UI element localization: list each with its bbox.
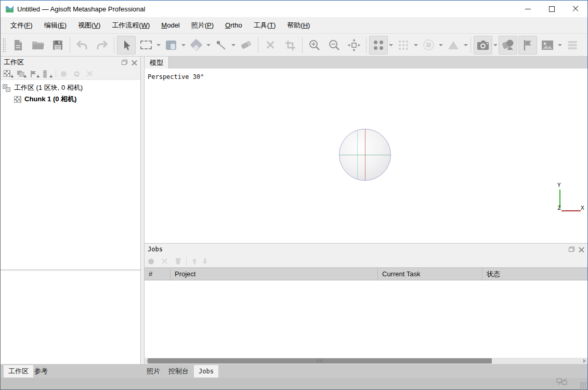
bottom-tabs-row: 工作区 参考 照片 控制台 Jobs — [1, 364, 587, 378]
rectangle-selection-dropdown[interactable] — [156, 36, 161, 55]
close-button[interactable] — [564, 1, 587, 17]
tab-model[interactable]: 模型 — [145, 57, 169, 69]
show-markers-button[interactable] — [518, 36, 537, 55]
main-toolbar — [1, 34, 587, 57]
eraser-button[interactable] — [237, 36, 255, 55]
clear-jobs-button[interactable] — [175, 258, 181, 264]
pan-hand-icon — [166, 41, 176, 50]
status-strip — [1, 378, 587, 389]
bottom-bar: 工作区 参考 照片 控制台 Jobs — [1, 364, 587, 389]
cancel-job-button[interactable] — [162, 258, 170, 265]
remove-item-button[interactable] — [87, 70, 95, 78]
point-cloud-dropdown[interactable] — [388, 36, 393, 55]
save-button[interactable] — [48, 36, 67, 55]
tab-workspace[interactable]: 工作区 — [4, 365, 33, 378]
scroll-right-arrow-icon[interactable] — [581, 358, 587, 364]
redo-button[interactable] — [93, 36, 111, 55]
tree-item-workspace[interactable]: 工作区 (1 区块, 0 相机) — [1, 82, 140, 93]
rectangle-selection-button[interactable] — [137, 36, 155, 55]
menu-item-model[interactable]: Model — [155, 19, 185, 31]
move-job-down-button[interactable] — [202, 258, 207, 264]
show-cameras-button[interactable] — [474, 36, 492, 55]
minimize-button[interactable] — [516, 1, 540, 17]
rotate-object-button[interactable] — [187, 36, 205, 55]
horizontal-scrollbar[interactable] — [145, 358, 587, 364]
model-solid-view-button[interactable] — [444, 36, 463, 55]
add-marker-icon — [30, 70, 37, 78]
add-marker-button[interactable]: + — [30, 70, 38, 78]
menu-item-file[interactable]: 文件(F) — [5, 19, 38, 32]
navigation-dropdown[interactable] — [181, 36, 186, 55]
menu-item-workflow[interactable]: 工作流程(W) — [106, 19, 155, 32]
new-document-button[interactable] — [9, 36, 28, 55]
run-job-icon — [148, 259, 154, 264]
menu-item-tools[interactable]: 工具(T) — [248, 19, 282, 32]
resize-grip[interactable] — [580, 382, 586, 388]
model-view[interactable]: Perspective 30° Y Z X — [145, 69, 587, 243]
open-folder-button[interactable] — [29, 36, 47, 55]
delete-button[interactable] — [261, 36, 280, 55]
undo-button[interactable] — [73, 36, 92, 55]
zoom-out-button[interactable] — [325, 36, 344, 55]
model-solid-dropdown[interactable] — [463, 36, 468, 55]
dense-cloud-dropdown[interactable] — [413, 36, 418, 55]
menu-item-help[interactable]: 帮助(H) — [281, 19, 316, 32]
column-header-project[interactable]: Project — [171, 268, 378, 280]
float-panel-icon[interactable] — [122, 60, 127, 65]
tree-item-chunk[interactable]: Chunk 1 (0 相机) — [1, 93, 140, 105]
disable-icon — [74, 71, 80, 77]
chunk-node-icon — [14, 96, 21, 103]
add-chunk-button[interactable]: + — [4, 70, 12, 78]
run-job-button[interactable] — [148, 258, 156, 265]
vertical-splitter[interactable] — [141, 57, 145, 364]
dense-cloud-view-button[interactable] — [394, 36, 413, 55]
tab-photos[interactable]: 照片 — [142, 365, 165, 378]
show-shapes-button[interactable] — [499, 36, 517, 55]
show-images-dropdown[interactable] — [557, 36, 562, 55]
show-cameras-dropdown[interactable] — [493, 36, 498, 55]
ruler-button[interactable] — [212, 36, 230, 55]
close-panel-icon[interactable] — [579, 247, 584, 252]
jobs-table-body[interactable] — [145, 281, 587, 359]
toolbar-grip[interactable] — [2, 37, 6, 53]
tab-model-label: 模型 — [150, 58, 163, 68]
enable-item-button[interactable] — [61, 70, 69, 78]
mesh-view-dropdown[interactable] — [438, 36, 443, 55]
menu-item-view[interactable]: 视图(V) — [72, 19, 106, 32]
navigation-pan-button[interactable] — [162, 36, 180, 55]
tab-reference[interactable]: 参考 — [30, 365, 53, 378]
column-header-current-task[interactable]: Current Task — [378, 268, 482, 280]
zoom-out-icon — [328, 39, 341, 51]
tab-console[interactable]: 控制台 — [164, 365, 193, 378]
open-folder-icon — [31, 39, 45, 51]
select-cursor-button[interactable] — [117, 36, 136, 55]
float-panel-icon[interactable] — [569, 247, 574, 252]
add-scalebar-icon — [43, 70, 48, 78]
fit-view-icon — [347, 38, 361, 52]
move-job-up-button[interactable] — [192, 258, 197, 264]
point-cloud-view-button[interactable] — [369, 36, 388, 55]
fit-view-button[interactable] — [345, 36, 363, 55]
layers-icon — [568, 41, 577, 49]
show-layers-button[interactable] — [563, 36, 582, 55]
workspace-panel-header: 工作区 — [1, 57, 140, 68]
rotate-dropdown[interactable] — [206, 36, 211, 55]
chunk-node-label: Chunk 1 (0 相机) — [24, 95, 76, 104]
tab-jobs[interactable]: Jobs — [194, 365, 218, 378]
maximize-button[interactable] — [540, 1, 564, 17]
add-scalebar-button[interactable]: + — [43, 70, 51, 78]
mesh-view-button[interactable] — [419, 36, 438, 55]
scrollbar-thumb[interactable] — [148, 358, 492, 364]
menu-item-ortho[interactable]: Ortho — [219, 19, 248, 31]
menu-item-edit[interactable]: 编辑(E) — [38, 19, 72, 32]
resize-region-button[interactable] — [281, 36, 299, 55]
zoom-in-button[interactable] — [305, 36, 324, 55]
column-header-index[interactable]: # — [145, 268, 171, 280]
show-images-button[interactable] — [538, 36, 557, 55]
menu-item-photos[interactable]: 照片(P) — [186, 19, 219, 32]
column-header-status[interactable]: 状态 — [482, 268, 587, 280]
ruler-dropdown[interactable] — [231, 36, 236, 55]
disable-item-button[interactable] — [74, 70, 82, 78]
close-panel-icon[interactable] — [132, 60, 137, 65]
add-photos-button[interactable]: + — [17, 70, 25, 78]
